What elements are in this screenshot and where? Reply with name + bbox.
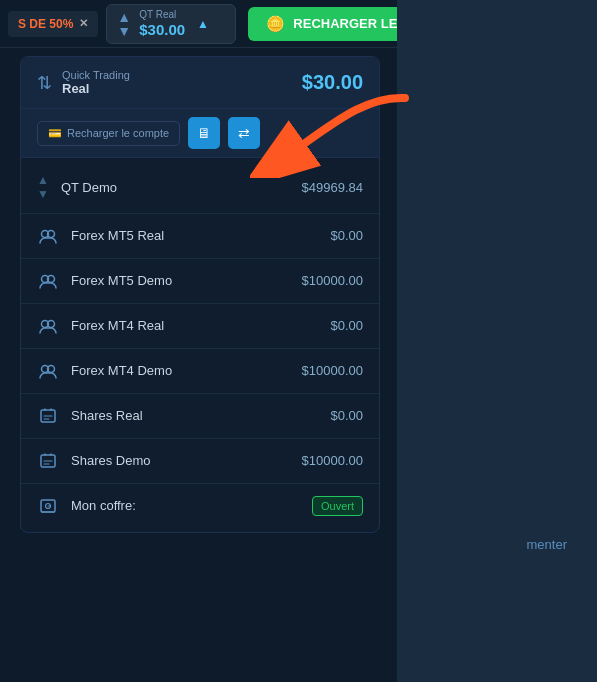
list-item[interactable]: Mon coffre: Ouvert: [21, 484, 379, 528]
wallet-icon: 🪙: [266, 15, 285, 33]
vault-icon: [37, 495, 59, 517]
qt-demo-name: QT Demo: [61, 180, 290, 195]
shares-real-balance: $0.00: [330, 408, 363, 423]
shares-real-icon: [37, 405, 59, 427]
dropdown-panel: ⇅ Quick Trading Real $30.00 💳 Recharger …: [20, 56, 380, 533]
forex-mt5-demo-balance: $10000.00: [302, 273, 363, 288]
monitor-button[interactable]: 🖥: [188, 117, 220, 149]
dropdown-arrow-icon: ▲: [197, 17, 209, 31]
exchange-button[interactable]: ⇄: [228, 117, 260, 149]
account-info: Quick Trading Real: [62, 69, 130, 96]
forex-mt5-demo-name: Forex MT5 Demo: [71, 273, 290, 288]
forex-mt5-real-icon: [37, 225, 59, 247]
list-item[interactable]: Forex MT4 Real $0.00: [21, 304, 379, 349]
forex-mt4-real-icon: [37, 315, 59, 337]
forex-mt4-demo-name: Forex MT4 Demo: [71, 363, 290, 378]
account-balance-topbar: $30.00: [139, 21, 185, 39]
recharge-small-label: Recharger le compte: [67, 127, 169, 139]
monitor-icon: 🖥: [197, 125, 211, 141]
account-selector[interactable]: ▲ ▼ QT Real $30.00 ▲: [106, 4, 236, 44]
forex-mt5-real-name: Forex MT5 Real: [71, 228, 318, 243]
selected-account-name: Real: [62, 81, 130, 96]
recharge-small-icon: 💳: [48, 127, 62, 140]
shares-demo-balance: $10000.00: [302, 453, 363, 468]
account-type-label: QT Real: [139, 9, 185, 21]
list-item[interactable]: Forex MT4 Demo $10000.00: [21, 349, 379, 394]
list-item[interactable]: Forex MT5 Demo $10000.00: [21, 259, 379, 304]
qt-arrows-icon: ⇅: [37, 72, 52, 94]
forex-mt4-real-name: Forex MT4 Real: [71, 318, 318, 333]
vault-name: Mon coffre:: [71, 498, 300, 513]
forex-mt5-real-balance: $0.00: [330, 228, 363, 243]
list-item[interactable]: ▲▼ QT Demo $49969.84: [21, 162, 379, 214]
selected-account-header: ⇅ Quick Trading Real $30.00: [21, 57, 379, 109]
selected-account-balance: $30.00: [302, 71, 363, 94]
background-overlay: [397, 0, 597, 682]
promo-text: S DE 50%: [18, 17, 73, 31]
forex-mt4-demo-balance: $10000.00: [302, 363, 363, 378]
account-list: ▲▼ QT Demo $49969.84 Forex MT5 Real $0.0…: [21, 158, 379, 532]
menter-text: menter: [527, 537, 567, 552]
shares-demo-icon: [37, 450, 59, 472]
qt-demo-arrows-icon: ▲▼: [37, 173, 49, 202]
account-actions: 💳 Recharger le compte 🖥 ⇄: [21, 109, 379, 158]
forex-mt5-demo-icon: [37, 270, 59, 292]
ouvert-badge: Ouvert: [312, 496, 363, 516]
exchange-icon: ⇄: [238, 125, 250, 141]
promo-badge: S DE 50% ✕: [8, 11, 98, 37]
shares-real-name: Shares Real: [71, 408, 318, 423]
qt-demo-balance: $49969.84: [302, 180, 363, 195]
recharge-small-button[interactable]: 💳 Recharger le compte: [37, 121, 180, 146]
account-arrows-icon: ▲ ▼: [117, 10, 131, 38]
forex-mt4-demo-icon: [37, 360, 59, 382]
list-item[interactable]: Shares Real $0.00: [21, 394, 379, 439]
selected-account-type: Quick Trading: [62, 69, 130, 81]
close-icon[interactable]: ✕: [79, 17, 88, 30]
list-item[interactable]: Forex MT5 Real $0.00: [21, 214, 379, 259]
list-item[interactable]: Shares Demo $10000.00: [21, 439, 379, 484]
forex-mt4-real-balance: $0.00: [330, 318, 363, 333]
shares-demo-name: Shares Demo: [71, 453, 290, 468]
